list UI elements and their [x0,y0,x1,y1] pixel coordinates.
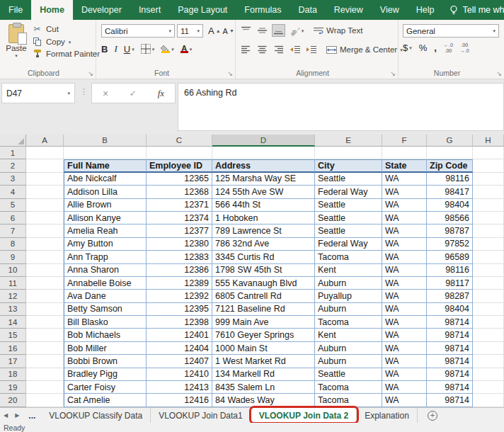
cell-F7[interactable]: WA [382,224,427,237]
table-header-employee-id[interactable]: Employee ID [147,159,212,172]
cell-G7[interactable]: 98787 [427,224,473,237]
cell-F18[interactable]: WA [382,368,427,381]
increase-indent-button[interactable] [304,43,318,56]
cell-C8[interactable]: 12380 [147,238,212,251]
cell-A18[interactable] [26,368,64,381]
cell-E10[interactable]: Kent [315,264,382,277]
cell-H17[interactable] [473,355,504,368]
cell-G14[interactable]: 98714 [427,316,473,329]
ribbon-tab-view[interactable]: View [372,0,408,20]
cell-D6[interactable]: 1 Hoboken [212,212,315,224]
cell-C6[interactable]: 12374 [147,212,212,224]
cell-B12[interactable]: Ava Dane [64,290,147,302]
cell-C11[interactable]: 12389 [147,277,212,290]
cell-H10[interactable] [473,264,504,277]
paste-button[interactable]: Paste ▾ [3,23,30,66]
cell-H4[interactable] [473,186,504,198]
cell-F9[interactable]: WA [382,251,427,263]
name-box[interactable]: D47 ▾ [1,83,75,103]
cell-G18[interactable]: 98714 [427,368,473,381]
cell-B17[interactable]: Bobbi Brown [64,355,147,368]
cell-B14[interactable]: Bill Blasko [64,316,147,329]
font-size-select[interactable]: 11 ▾ [177,24,203,38]
cell-F19[interactable]: WA [382,381,427,394]
cell-E17[interactable]: Auburn [315,355,382,368]
cell-B13[interactable]: Betty Samson [64,303,147,316]
fill-color-button[interactable]: ▾ [161,45,174,53]
cell-C10[interactable]: 12386 [147,264,212,277]
cell-F1[interactable] [382,147,427,159]
cell-D15[interactable]: 7610 Geyer Springs [212,329,315,341]
new-sheet-button[interactable]: + [428,408,437,423]
cell-E12[interactable]: Puyallup [315,290,382,302]
alignment-dialog-launcher-icon[interactable]: ↘ [390,70,396,77]
row-header-16[interactable]: 16 [0,342,26,355]
row-header-19[interactable]: 19 [0,381,26,394]
cell-F16[interactable]: WA [382,342,427,355]
row-header-18[interactable]: 18 [0,368,26,381]
column-header-F[interactable]: F [382,135,427,147]
cell-C14[interactable]: 12398 [147,316,212,329]
cell-B18[interactable]: Bradley Pigg [64,368,147,381]
cell-E11[interactable]: Auburn [315,277,382,290]
table-header-address[interactable]: Address [212,159,315,172]
tell-me-box[interactable]: Tell me what you [442,0,504,20]
top-align-button[interactable] [239,24,253,37]
cell-C7[interactable]: 12377 [147,224,212,237]
cell-G19[interactable]: 98714 [427,381,473,394]
cell-C17[interactable]: 12407 [147,355,212,368]
column-header-B[interactable]: B [64,135,147,147]
cell-H5[interactable] [473,199,504,212]
row-header-8[interactable]: 8 [0,238,26,251]
formula-bar-resize-handle[interactable]: ⋮ [80,87,88,96]
cell-E18[interactable]: Seattle [315,368,382,381]
cell-D8[interactable]: 786 32nd Ave [212,238,315,251]
cell-H11[interactable] [473,277,504,290]
cell-D18[interactable]: 134 Markell Rd [212,368,315,381]
row-header-4[interactable]: 4 [0,186,26,198]
cell-F15[interactable]: WA [382,329,427,341]
cell-D9[interactable]: 3345 Curtis Rd [212,251,315,263]
cell-G3[interactable]: 98116 [427,173,473,186]
cell-C9[interactable]: 12383 [147,251,212,263]
column-header-C[interactable]: C [147,135,212,147]
row-header-7[interactable]: 7 [0,224,26,237]
cell-A10[interactable] [26,264,64,277]
cell-C16[interactable]: 12404 [147,342,212,355]
cell-B19[interactable]: Carter Foisy [64,381,147,394]
row-header-9[interactable]: 9 [0,251,26,263]
cell-H15[interactable] [473,329,504,341]
cell-F20[interactable]: WA [382,394,427,407]
cell-F12[interactable]: WA [382,290,427,302]
number-format-select[interactable]: General ▾ [403,24,499,38]
cell-B3[interactable]: Abe Nickcalf [64,173,147,186]
increase-font-size-button[interactable]: A▲ [208,25,221,36]
cell-D13[interactable]: 7121 Baseline Rd [212,303,315,316]
cell-F10[interactable]: WA [382,264,427,277]
borders-button[interactable]: ▾ [141,44,155,54]
decrease-indent-button[interactable] [288,43,302,56]
cell-E7[interactable]: Seattle [315,224,382,237]
cell-F13[interactable]: WA [382,303,427,316]
cell-D3[interactable]: 125 Marsha Way SE [212,173,315,186]
cell-D17[interactable]: 1 West Market Rd [212,355,315,368]
cell-B11[interactable]: Annabelle Boise [64,277,147,290]
row-header-17[interactable]: 17 [0,355,26,368]
cell-E14[interactable]: Tacoma [315,316,382,329]
cell-H1[interactable] [473,147,504,159]
cell-H20[interactable] [473,394,504,407]
cell-A16[interactable] [26,342,64,355]
cell-D5[interactable]: 566 44th St [212,199,315,212]
row-header-1[interactable]: 1 [0,147,26,159]
row-header-5[interactable]: 5 [0,199,26,212]
name-box-dropdown-icon[interactable]: ▾ [67,91,70,96]
cell-C3[interactable]: 12365 [147,173,212,186]
cell-B1[interactable] [64,147,147,159]
cell-C18[interactable]: 12410 [147,368,212,381]
cell-B7[interactable]: Amelia Reah [64,224,147,237]
sheet-tab-vlookup-classify-data[interactable]: VLOOKUP Classify Data [41,408,151,423]
cell-F3[interactable]: WA [382,173,427,186]
cell-F8[interactable]: WA [382,238,427,251]
formula-input[interactable]: 66 Ashing Rd [178,83,504,131]
cell-F17[interactable]: WA [382,355,427,368]
